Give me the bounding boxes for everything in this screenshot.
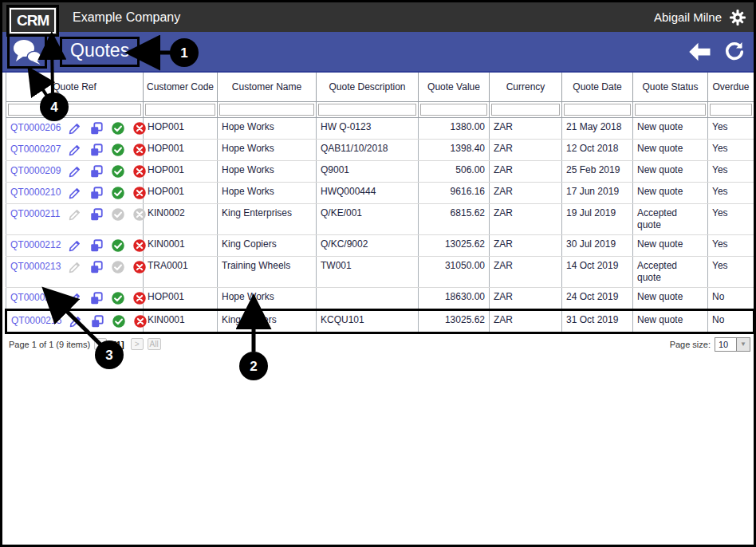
reject-x-icon[interactable] <box>132 186 147 200</box>
copy-icon[interactable] <box>89 291 104 305</box>
quote-description-cell <box>317 287 419 309</box>
col-header-currency[interactable]: Currency <box>490 73 562 101</box>
quote-ref-link[interactable]: QT0000211 <box>10 208 61 220</box>
filter-quote-ref-input[interactable] <box>8 104 141 116</box>
col-header-overdue[interactable]: Overdue <box>708 73 754 101</box>
copy-icon[interactable] <box>89 186 104 200</box>
back-arrow-icon[interactable] <box>688 41 712 62</box>
reject-x-icon[interactable] <box>133 314 148 329</box>
copy-icon[interactable] <box>89 238 104 253</box>
logged-in-user[interactable]: Abigail Milne <box>654 10 722 24</box>
currency-cell: ZAR <box>490 234 562 256</box>
quote-date-cell: 31 Oct 2019 <box>562 309 633 333</box>
reject-x-icon[interactable] <box>132 260 147 274</box>
quote-value-cell: 506.00 <box>419 160 490 182</box>
reject-x-icon[interactable] <box>132 291 147 305</box>
quote-ref-link[interactable]: QT0000214 <box>10 292 61 304</box>
accept-check-icon[interactable] <box>111 186 125 200</box>
refresh-icon[interactable] <box>723 41 746 63</box>
quote-value-cell: 13025.62 <box>419 309 490 333</box>
edit-pencil-icon[interactable] <box>68 164 82 179</box>
reject-x-icon[interactable] <box>132 207 147 222</box>
copy-icon[interactable] <box>89 121 104 136</box>
currency-cell: ZAR <box>490 117 562 139</box>
col-header-quote-description[interactable]: Quote Description <box>317 73 419 101</box>
accept-check-icon[interactable] <box>111 291 125 305</box>
filter-customer-name-input[interactable] <box>219 104 314 116</box>
crm-logo-highlight-box: CRM <box>6 5 59 37</box>
page-size-value: 10 <box>715 338 736 351</box>
chevron-down-icon[interactable]: ▼ <box>736 338 750 351</box>
toolbar: Quotes <box>2 32 754 73</box>
page-size-select[interactable]: 10 ▼ <box>715 337 750 352</box>
overdue-cell: Yes <box>708 139 754 160</box>
col-header-quote-ref[interactable]: Quote Ref <box>6 73 144 101</box>
crm-logo[interactable]: CRM <box>10 8 56 33</box>
filter-quote-description-input[interactable] <box>318 104 416 116</box>
company-name: Example Company <box>73 10 180 25</box>
currency-cell: ZAR <box>490 309 562 333</box>
reject-x-icon[interactable] <box>132 164 147 179</box>
gear-icon[interactable] <box>728 8 747 27</box>
edit-pencil-icon[interactable] <box>68 238 82 253</box>
filter-customer-code-input[interactable] <box>145 104 215 116</box>
accept-check-icon[interactable] <box>111 207 125 222</box>
filter-overdue-input[interactable] <box>710 104 752 116</box>
filter-quote-value-input[interactable] <box>420 104 487 116</box>
edit-pencil-icon[interactable] <box>68 260 82 274</box>
reject-x-icon[interactable] <box>132 143 147 157</box>
filter-quote-date-input[interactable] <box>564 104 631 116</box>
quote-value-cell: 13025.62 <box>419 234 490 256</box>
edit-pencil-icon[interactable] <box>69 314 83 329</box>
quote-status-cell: New quote <box>633 160 708 182</box>
edit-pencil-icon[interactable] <box>68 121 82 136</box>
quote-date-cell: 24 Oct 2019 <box>562 287 633 309</box>
col-header-customer-code[interactable]: Customer Code <box>144 73 218 101</box>
quote-ref-link[interactable]: QT0000209 <box>10 165 61 177</box>
col-header-quote-date[interactable]: Quote Date <box>562 73 633 101</box>
copy-icon[interactable] <box>89 207 104 222</box>
accept-check-icon[interactable] <box>111 121 125 136</box>
pager-next-button[interactable]: > <box>131 338 144 350</box>
edit-pencil-icon[interactable] <box>68 143 82 157</box>
quote-ref-link[interactable]: QT0000207 <box>10 144 61 155</box>
col-header-quote-value[interactable]: Quote Value <box>419 73 490 101</box>
chat-bubbles-icon[interactable] <box>11 38 43 65</box>
quote-value-cell: 18630.00 <box>419 287 490 309</box>
reject-x-icon[interactable] <box>132 238 147 253</box>
overdue-cell: Yes <box>708 160 754 182</box>
accept-check-icon[interactable] <box>111 260 125 274</box>
quote-ref-link[interactable]: QT0000210 <box>10 187 61 199</box>
filter-currency-input[interactable] <box>491 104 560 116</box>
filter-quote-status-input[interactable] <box>635 104 706 116</box>
pager-current-page[interactable]: [1] <box>113 340 124 349</box>
page-title-highlight-box: Quotes <box>60 37 140 67</box>
quote-date-cell: 25 Feb 2019 <box>562 160 633 182</box>
accept-check-icon[interactable] <box>111 238 125 253</box>
currency-cell: ZAR <box>490 203 562 234</box>
pager-all-button[interactable]: All <box>148 338 161 350</box>
overdue-cell: Yes <box>708 182 754 203</box>
accept-check-icon[interactable] <box>111 164 125 179</box>
quote-ref-link[interactable]: QT0000206 <box>10 122 61 134</box>
accept-check-icon[interactable] <box>111 143 125 157</box>
quote-ref-link[interactable]: QT0000213 <box>10 261 61 273</box>
quote-status-cell: New quote <box>633 139 708 160</box>
accept-check-icon[interactable] <box>112 314 126 329</box>
col-header-quote-status[interactable]: Quote Status <box>633 73 708 101</box>
quote-status-cell: New quote <box>633 309 708 333</box>
edit-pencil-icon[interactable] <box>68 291 82 305</box>
copy-icon[interactable] <box>89 164 104 179</box>
col-header-customer-name[interactable]: Customer Name <box>218 73 317 101</box>
reject-x-icon[interactable] <box>132 121 147 136</box>
edit-pencil-icon[interactable] <box>68 186 82 200</box>
edit-pencil-icon[interactable] <box>68 207 82 222</box>
customer-name-cell: Hope Works <box>218 182 317 203</box>
quote-ref-link[interactable]: QT0000212 <box>10 239 61 251</box>
copy-icon[interactable] <box>89 143 104 157</box>
customer-code-cell: KIN0002 <box>144 203 218 234</box>
copy-icon[interactable] <box>89 260 104 274</box>
pager-prev-button[interactable]: < <box>94 338 107 350</box>
copy-icon[interactable] <box>90 314 104 329</box>
quote-ref-link[interactable]: QT0000215 <box>11 315 61 327</box>
